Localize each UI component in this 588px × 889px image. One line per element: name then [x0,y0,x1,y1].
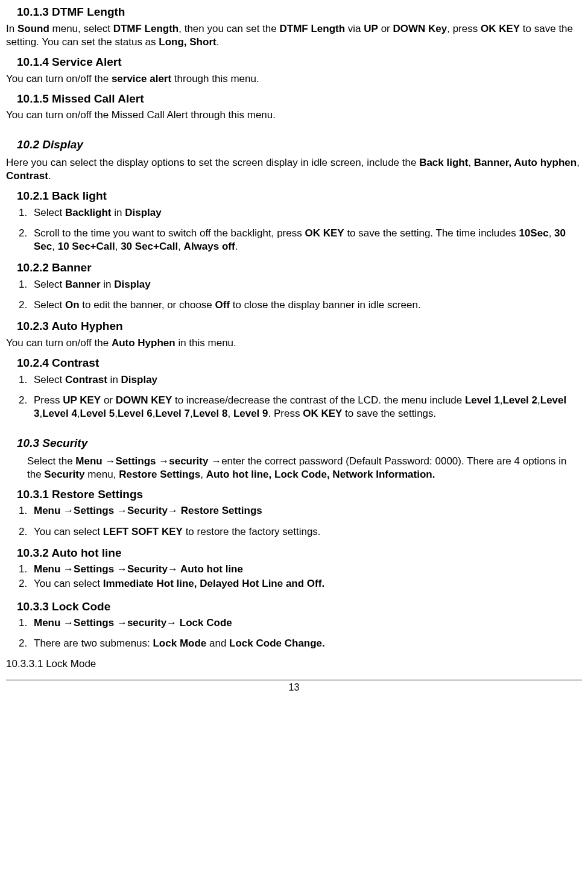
heading-missed-call-alert: 10.1.5 Missed Call Alert [17,92,582,107]
text-bold: 30 Sec+Call [121,241,178,252]
text: Select [34,299,65,311]
text: to restore the factory settings. [183,526,321,537]
list-item: Menu →Settings →security→ Lock Code [30,616,582,630]
text-bold: 10 Sec+Call [58,241,115,252]
text: . [217,36,220,48]
text-bold: OK KEY [305,227,344,239]
text-bold: Level 2 [502,394,537,406]
text-bold: Auto Hyphen [112,337,175,349]
text-bold: Level 1 [465,394,500,406]
list-item: Menu →Settings →Security→ Auto hot line [30,563,582,576]
text: , [549,227,554,239]
text: menu, [84,469,119,480]
text-bold: Level 5 [80,408,115,419]
text-bold: Menu →Settings →security → [75,455,221,467]
heading-display: 10.2 Display [17,138,582,153]
text-bold: Display [114,279,150,290]
text: to save the settings. [342,408,436,419]
text: and [206,637,229,649]
heading-restore-settings: 10.3.1 Restore Settings [17,487,582,502]
text: in [112,207,125,218]
text-bold: Menu →Settings →security→ Lock Code [34,617,232,628]
text-bold: LEFT SOFT KEY [103,526,183,537]
text: You can turn on/off the [6,73,112,84]
list-auto-hot-line: Menu →Settings →Security→ Auto hot line … [6,563,582,590]
text-bold: Always off [184,241,235,252]
text: , then you can set the [179,23,279,34]
text: There are two submenus: [34,637,153,649]
heading-auto-hyphen: 10.2.3 Auto Hyphen [17,319,582,334]
text-bold: Banner [65,279,101,290]
text-bold: Display [125,207,161,218]
text: , [52,241,57,252]
text-bold: Contrast [6,170,48,182]
heading-lock-code: 10.3.3 Lock Code [17,600,582,615]
text: , [178,241,183,252]
text: , [227,408,233,419]
document-page: 10.1.3 DTMF Length In Sound menu, select… [6,0,582,694]
list-item: Scroll to the time you want to switch of… [30,227,582,253]
text-bold: Level 7 [155,408,190,419]
text: In [6,23,17,34]
list-item: Menu →Settings →Security→ Restore Settin… [30,504,582,517]
text-bold: OK KEY [481,23,520,34]
text: in [101,279,115,290]
text: . Press [268,408,303,419]
text: through this menu. [171,73,259,84]
text-bold: Display [121,374,157,385]
text-bold: Sound [17,23,49,34]
text: Scroll to the time you want to switch of… [34,227,305,239]
heading-back-light: 10.2.1 Back light [17,189,582,204]
text-bold: Restore Settings [119,469,200,480]
text-bold: Long, Short [159,36,216,48]
para-security: Select the Menu →Settings →security →ent… [27,455,582,481]
text-bold: Level 4 [42,408,77,419]
list-item: Press UP KEY or DOWN KEY to increase/dec… [30,394,582,420]
text: , [577,157,580,168]
para-missed-call-alert: You can turn on/off the Missed Call Aler… [6,109,582,122]
list-back-light: Select Backlight in Display Scroll to th… [6,206,582,253]
text-bold: Lock Code Change. [229,637,325,649]
text-bold: Security [44,469,84,480]
text: . [48,170,51,182]
text-bold: OK KEY [303,408,342,419]
list-item: Select Banner in Display [30,278,582,291]
text-bold: UP [364,23,378,34]
text: . [235,241,238,252]
text: Press [34,394,63,406]
text: to edit the banner, or choose [80,299,215,311]
text-bold: UP KEY [63,394,101,406]
heading-auto-hot-line: 10.3.2 Auto hot line [17,546,582,561]
text: , [200,469,206,480]
heading-contrast: 10.2.4 Contrast [17,356,582,371]
text-bold: DOWN Key [393,23,447,34]
page-number: 13 [6,680,582,694]
text-bold: DOWN KEY [116,394,172,406]
list-contrast: Select Contrast in Display Press UP KEY … [6,373,582,420]
text: or [101,394,116,406]
text: to save the setting. The time includes [344,227,519,239]
list-restore-settings: Menu →Settings →Security→ Restore Settin… [6,504,582,538]
text: You can select [34,578,103,589]
text-bold: Contrast [65,374,107,385]
text: Select [34,207,65,218]
text: Select [34,279,65,290]
text-bold: service alert [112,73,171,84]
list-item: You can select Immediate Hot line, Delay… [30,577,582,590]
text: in [107,374,121,385]
text: menu, select [49,23,113,34]
text: You can turn on/off the [6,337,112,349]
heading-dtmf-length: 10.1.3 DTMF Length [17,5,582,20]
list-item: There are two submenus: Lock Mode and Lo… [30,637,582,650]
text-bold: Banner, Auto hyphen [474,157,577,168]
para-service-alert: You can turn on/off the service alert th… [6,72,582,86]
para-dtmf-length: In Sound menu, select DTMF Length, then … [6,22,582,49]
para-display: Here you can select the display options … [6,156,582,183]
text-bold: Menu →Settings →Security→ Restore Settin… [34,505,262,516]
heading-banner: 10.2.2 Banner [17,261,582,276]
text: Select the [27,455,75,467]
text-bold: Off [215,299,230,311]
text: in this menu. [175,337,236,349]
text: , [115,241,121,252]
text-bold: Level 9 [233,408,268,419]
